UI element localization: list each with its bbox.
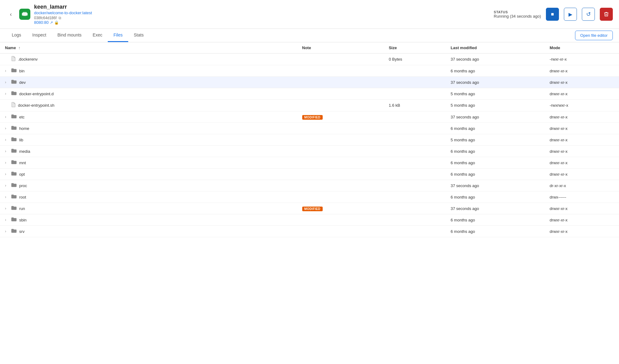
file-note-cell bbox=[297, 134, 384, 146]
file-name-cell: › media bbox=[0, 146, 297, 157]
file-size-cell bbox=[384, 123, 446, 134]
expand-chevron[interactable]: › bbox=[5, 115, 9, 119]
file-note-cell bbox=[297, 88, 384, 100]
table-row[interactable]: › srv 6 months ago drwxr-xr-x bbox=[0, 226, 619, 237]
table-row[interactable]: .dockerenv 0 Bytes 37 seconds ago -rwxr-… bbox=[0, 54, 619, 65]
port-link[interactable]: 8080:80 ↗ 🔒 bbox=[34, 20, 490, 25]
expand-chevron[interactable]: › bbox=[5, 126, 9, 131]
folder-icon bbox=[11, 148, 17, 154]
play-button[interactable]: ▶ bbox=[564, 8, 577, 21]
table-row[interactable]: › lib 5 months ago drwxr-xr-x bbox=[0, 134, 619, 146]
expand-chevron[interactable]: › bbox=[5, 195, 9, 199]
folder-icon bbox=[11, 182, 17, 189]
tab-files[interactable]: Files bbox=[108, 29, 128, 42]
file-size-cell bbox=[384, 191, 446, 203]
expand-chevron[interactable]: › bbox=[5, 229, 9, 233]
folder-icon bbox=[11, 194, 17, 200]
file-name-cell: › etc bbox=[0, 111, 297, 123]
table-row[interactable]: › mnt 6 months ago drwxr-xr-x bbox=[0, 157, 619, 169]
col-header-note: Note bbox=[297, 42, 384, 54]
table-row[interactable]: docker-entrypoint.sh 1.6 kB 5 months ago… bbox=[0, 100, 619, 111]
file-name-text: srv bbox=[19, 229, 24, 234]
file-mode-cell: drwxr-xr-x bbox=[545, 157, 619, 169]
file-modified-cell: 6 months ago bbox=[446, 169, 545, 180]
tab-stats[interactable]: Stats bbox=[128, 29, 149, 42]
expand-chevron[interactable]: › bbox=[5, 218, 9, 222]
expand-chevron[interactable]: › bbox=[5, 206, 9, 211]
file-note-cell bbox=[297, 191, 384, 203]
file-note-cell bbox=[297, 77, 384, 88]
col-header-name[interactable]: Name ↑ bbox=[0, 42, 297, 54]
file-size-cell bbox=[384, 157, 446, 169]
container-id-row: 038fc64d186f ⧉ bbox=[34, 16, 490, 20]
file-name-cell: › dev bbox=[0, 77, 297, 88]
file-name-text: etc bbox=[19, 115, 24, 119]
container-icon bbox=[19, 9, 30, 20]
status-section: STATUS Running (34 seconds ago) ■ ▶ ↺ bbox=[494, 8, 613, 21]
col-header-size: Size bbox=[384, 42, 446, 54]
table-row[interactable]: › etc MODIFIED 37 seconds ago drwxr-xr-x bbox=[0, 111, 619, 123]
file-modified-cell: 37 seconds ago bbox=[446, 203, 545, 214]
expand-chevron[interactable]: › bbox=[5, 138, 9, 142]
expand-chevron[interactable]: › bbox=[5, 172, 9, 176]
status-value: Running (34 seconds ago) bbox=[494, 14, 541, 19]
file-icon bbox=[11, 102, 15, 109]
file-mode-cell: drwxr-xr-x bbox=[545, 134, 619, 146]
external-link-icon: ↗ bbox=[50, 20, 53, 25]
file-name-cell: › home bbox=[0, 123, 297, 134]
restart-button[interactable]: ↺ bbox=[582, 8, 595, 21]
file-modified-cell: 37 seconds ago bbox=[446, 180, 545, 191]
file-mode-cell: drwxr-xr-x bbox=[545, 214, 619, 226]
table-row[interactable]: › run MODIFIED 37 seconds ago drwxr-xr-x bbox=[0, 203, 619, 214]
tab-bind-mounts[interactable]: Bind mounts bbox=[52, 29, 87, 42]
table-row[interactable]: › opt 6 months ago drwxr-xr-x bbox=[0, 169, 619, 180]
table-row[interactable]: › home 6 months ago drwxr-xr-x bbox=[0, 123, 619, 134]
file-table: Name ↑ Note Size Last modified Mode bbox=[0, 42, 619, 237]
expand-chevron[interactable]: › bbox=[5, 69, 9, 73]
back-button[interactable]: ‹ bbox=[6, 10, 15, 19]
tab-inspect[interactable]: Inspect bbox=[27, 29, 52, 42]
delete-button[interactable] bbox=[600, 8, 613, 21]
expand-chevron[interactable]: › bbox=[5, 161, 9, 165]
container-info: keen_lamarr docker/welcome-to-docker:lat… bbox=[34, 4, 490, 25]
table-row[interactable]: › docker-entrypoint.d 5 months ago drwxr… bbox=[0, 88, 619, 100]
expand-chevron[interactable]: › bbox=[5, 149, 9, 153]
table-row[interactable]: › dev 37 seconds ago drwxr-xr-x bbox=[0, 77, 619, 88]
expand-chevron[interactable]: › bbox=[5, 92, 9, 96]
file-name-text: mnt bbox=[19, 161, 26, 165]
tab-exec[interactable]: Exec bbox=[87, 29, 108, 42]
table-row[interactable]: › bin 6 months ago drwxr-xr-x bbox=[0, 65, 619, 77]
file-note-cell: MODIFIED bbox=[297, 111, 384, 123]
expand-chevron[interactable]: › bbox=[5, 80, 9, 84]
table-row[interactable]: › proc 37 seconds ago dr-xr-xr-x bbox=[0, 180, 619, 191]
file-note-cell bbox=[297, 65, 384, 77]
file-name-cell: › sbin bbox=[0, 214, 297, 226]
file-size-cell bbox=[384, 180, 446, 191]
open-file-editor-button[interactable]: Open file editor bbox=[575, 31, 613, 40]
file-name-text: proc bbox=[19, 183, 27, 188]
tab-logs[interactable]: Logs bbox=[6, 29, 27, 42]
file-size-cell bbox=[384, 169, 446, 180]
file-mode-cell: drwx------ bbox=[545, 191, 619, 203]
file-size-cell bbox=[384, 134, 446, 146]
table-row[interactable]: › root 6 months ago drwx------ bbox=[0, 191, 619, 203]
file-modified-cell: 37 seconds ago bbox=[446, 77, 545, 88]
file-name-cell: › bin bbox=[0, 65, 297, 77]
container-name: keen_lamarr bbox=[34, 4, 490, 10]
expand-chevron[interactable]: › bbox=[5, 183, 9, 188]
file-mode-cell: drwxr-xr-x bbox=[545, 169, 619, 180]
file-name-text: bin bbox=[19, 69, 24, 73]
copy-id-icon[interactable]: ⧉ bbox=[59, 16, 61, 20]
file-name-text: dev bbox=[19, 80, 26, 85]
container-image-link[interactable]: docker/welcome-to-docker:latest bbox=[34, 11, 92, 15]
file-note-cell bbox=[297, 180, 384, 191]
folder-icon bbox=[11, 205, 17, 212]
file-note-cell bbox=[297, 226, 384, 237]
file-size-cell bbox=[384, 77, 446, 88]
table-row[interactable]: › sbin 6 months ago drwxr-xr-x bbox=[0, 214, 619, 226]
file-name-text: docker-entrypoint.d bbox=[19, 92, 54, 96]
stop-button[interactable]: ■ bbox=[546, 8, 559, 21]
table-row[interactable]: › media 6 months ago drwxr-xr-x bbox=[0, 146, 619, 157]
file-modified-cell: 6 months ago bbox=[446, 214, 545, 226]
file-size-cell bbox=[384, 88, 446, 100]
